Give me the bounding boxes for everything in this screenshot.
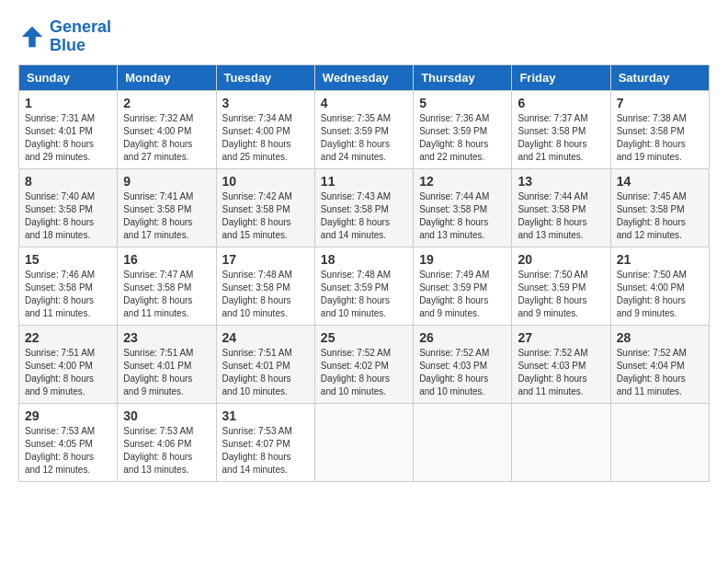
- day-number: 21: [617, 252, 703, 267]
- calendar-cell: 29 Sunrise: 7:53 AM Sunset: 4:05 PM Dayl…: [19, 403, 118, 481]
- daylight-label: Daylight: 8 hours and 10 minutes.: [222, 295, 291, 318]
- day-info: Sunrise: 7:32 AM Sunset: 4:00 PM Dayligh…: [123, 112, 210, 164]
- calendar-cell: [610, 403, 709, 481]
- sunrise-label: Sunrise: 7:48 AM: [222, 270, 292, 280]
- daylight-label: Daylight: 8 hours and 11 minutes.: [518, 373, 586, 396]
- calendar-cell: 9 Sunrise: 7:41 AM Sunset: 3:58 PM Dayli…: [118, 168, 216, 247]
- daylight-label: Daylight: 8 hours and 10 minutes.: [222, 373, 291, 396]
- daylight-label: Daylight: 8 hours and 9 minutes.: [25, 373, 94, 396]
- sunrise-label: Sunrise: 7:40 AM: [25, 191, 95, 201]
- day-info: Sunrise: 7:53 AM Sunset: 4:06 PM Dayligh…: [123, 425, 210, 477]
- calendar-cell: 3 Sunrise: 7:34 AM Sunset: 4:00 PM Dayli…: [216, 90, 314, 168]
- day-info: Sunrise: 7:48 AM Sunset: 3:59 PM Dayligh…: [321, 269, 407, 320]
- day-number: 27: [518, 330, 604, 345]
- daylight-label: Daylight: 8 hours and 17 minutes.: [123, 217, 192, 240]
- day-number: 7: [617, 96, 703, 110]
- day-number: 25: [321, 330, 407, 345]
- sunrise-label: Sunrise: 7:47 AM: [123, 270, 193, 280]
- day-info: Sunrise: 7:48 AM Sunset: 3:58 PM Dayligh…: [222, 269, 309, 320]
- daylight-label: Daylight: 8 hours and 11 minutes.: [617, 373, 686, 396]
- day-number: 10: [222, 174, 309, 189]
- calendar-cell: 1 Sunrise: 7:31 AM Sunset: 4:01 PM Dayli…: [19, 90, 118, 168]
- calendar-cell: 16 Sunrise: 7:47 AM Sunset: 3:58 PM Dayl…: [118, 247, 216, 325]
- sunrise-label: Sunrise: 7:44 AM: [419, 191, 489, 201]
- day-header-thursday: Thursday: [414, 64, 512, 90]
- calendar-cell: 27 Sunrise: 7:52 AM Sunset: 4:03 PM Dayl…: [512, 325, 610, 403]
- day-number: 8: [25, 174, 111, 189]
- sunset-label: Sunset: 3:58 PM: [617, 126, 685, 136]
- daylight-label: Daylight: 8 hours and 10 minutes.: [419, 373, 488, 396]
- sunrise-label: Sunrise: 7:44 AM: [518, 191, 587, 201]
- sunset-label: Sunset: 4:05 PM: [25, 439, 93, 449]
- day-number: 12: [419, 174, 506, 189]
- sunrise-label: Sunrise: 7:43 AM: [321, 191, 391, 201]
- daylight-label: Daylight: 8 hours and 11 minutes.: [25, 295, 94, 318]
- calendar-cell: 7 Sunrise: 7:38 AM Sunset: 3:58 PM Dayli…: [610, 90, 709, 168]
- day-info: Sunrise: 7:46 AM Sunset: 3:58 PM Dayligh…: [25, 269, 111, 320]
- calendar-cell: 23 Sunrise: 7:51 AM Sunset: 4:01 PM Dayl…: [118, 325, 216, 403]
- calendar-cell: 30 Sunrise: 7:53 AM Sunset: 4:06 PM Dayl…: [118, 403, 216, 481]
- day-header-friday: Friday: [512, 64, 610, 90]
- day-info: Sunrise: 7:40 AM Sunset: 3:58 PM Dayligh…: [25, 190, 111, 242]
- day-info: Sunrise: 7:31 AM Sunset: 4:01 PM Dayligh…: [25, 112, 111, 164]
- sunrise-label: Sunrise: 7:34 AM: [222, 113, 292, 123]
- sunrise-label: Sunrise: 7:50 AM: [518, 270, 587, 280]
- day-header-saturday: Saturday: [610, 64, 709, 90]
- logo: General Blue: [18, 18, 111, 55]
- daylight-label: Daylight: 8 hours and 19 minutes.: [617, 139, 686, 162]
- daylight-label: Daylight: 8 hours and 14 minutes.: [321, 217, 390, 240]
- day-number: 6: [518, 96, 604, 110]
- sunset-label: Sunset: 3:58 PM: [518, 126, 586, 136]
- sunrise-label: Sunrise: 7:31 AM: [25, 113, 95, 123]
- daylight-label: Daylight: 8 hours and 13 minutes.: [419, 217, 488, 240]
- sunrise-label: Sunrise: 7:46 AM: [25, 270, 95, 280]
- sunrise-label: Sunrise: 7:49 AM: [419, 270, 489, 280]
- sunset-label: Sunset: 3:58 PM: [123, 282, 191, 293]
- sunset-label: Sunset: 4:00 PM: [25, 361, 93, 371]
- sunrise-label: Sunrise: 7:45 AM: [617, 191, 687, 201]
- day-info: Sunrise: 7:51 AM Sunset: 4:01 PM Dayligh…: [222, 347, 309, 398]
- calendar-cell: 28 Sunrise: 7:52 AM Sunset: 4:04 PM Dayl…: [610, 325, 709, 403]
- calendar-cell: 2 Sunrise: 7:32 AM Sunset: 4:00 PM Dayli…: [118, 90, 216, 168]
- day-info: Sunrise: 7:44 AM Sunset: 3:58 PM Dayligh…: [419, 190, 506, 242]
- day-number: 26: [419, 330, 506, 345]
- calendar-cell: 12 Sunrise: 7:44 AM Sunset: 3:58 PM Dayl…: [414, 168, 512, 247]
- day-number: 13: [518, 174, 604, 189]
- daylight-label: Daylight: 8 hours and 25 minutes.: [222, 139, 291, 162]
- logo-icon: [18, 23, 46, 51]
- sunset-label: Sunset: 3:59 PM: [419, 126, 487, 136]
- day-info: Sunrise: 7:41 AM Sunset: 3:58 PM Dayligh…: [123, 190, 210, 242]
- sunset-label: Sunset: 4:02 PM: [321, 361, 389, 371]
- sunrise-label: Sunrise: 7:53 AM: [25, 426, 95, 436]
- sunrise-label: Sunrise: 7:51 AM: [222, 348, 292, 358]
- sunrise-label: Sunrise: 7:36 AM: [419, 113, 489, 123]
- day-info: Sunrise: 7:38 AM Sunset: 3:58 PM Dayligh…: [617, 112, 703, 164]
- sunset-label: Sunset: 4:04 PM: [617, 361, 685, 371]
- sunset-label: Sunset: 3:58 PM: [617, 204, 685, 214]
- day-number: 17: [222, 252, 309, 267]
- sunset-label: Sunset: 4:03 PM: [518, 361, 586, 371]
- sunrise-label: Sunrise: 7:50 AM: [617, 270, 687, 280]
- day-info: Sunrise: 7:36 AM Sunset: 3:59 PM Dayligh…: [419, 112, 506, 164]
- sunset-label: Sunset: 3:58 PM: [123, 204, 191, 214]
- calendar-header-row: SundayMondayTuesdayWednesdayThursdayFrid…: [19, 64, 710, 90]
- daylight-label: Daylight: 8 hours and 12 minutes.: [25, 452, 94, 475]
- sunrise-label: Sunrise: 7:51 AM: [25, 348, 95, 358]
- sunrise-label: Sunrise: 7:52 AM: [617, 348, 687, 358]
- calendar-cell: 10 Sunrise: 7:42 AM Sunset: 3:58 PM Dayl…: [216, 168, 314, 247]
- calendar-cell: 17 Sunrise: 7:48 AM Sunset: 3:58 PM Dayl…: [216, 247, 314, 325]
- header: General Blue: [18, 18, 710, 55]
- daylight-label: Daylight: 8 hours and 14 minutes.: [222, 452, 291, 475]
- calendar-cell: 26 Sunrise: 7:52 AM Sunset: 4:03 PM Dayl…: [414, 325, 512, 403]
- sunrise-label: Sunrise: 7:41 AM: [123, 191, 193, 201]
- daylight-label: Daylight: 8 hours and 13 minutes.: [518, 217, 586, 240]
- calendar-cell: [414, 403, 512, 481]
- calendar-cell: 6 Sunrise: 7:37 AM Sunset: 3:58 PM Dayli…: [512, 90, 610, 168]
- calendar-cell: 20 Sunrise: 7:50 AM Sunset: 3:59 PM Dayl…: [512, 247, 610, 325]
- daylight-label: Daylight: 8 hours and 27 minutes.: [123, 139, 192, 162]
- sunrise-label: Sunrise: 7:52 AM: [419, 348, 489, 358]
- sunrise-label: Sunrise: 7:42 AM: [222, 191, 292, 201]
- daylight-label: Daylight: 8 hours and 10 minutes.: [321, 373, 390, 396]
- sunset-label: Sunset: 3:59 PM: [321, 282, 389, 293]
- day-info: Sunrise: 7:50 AM Sunset: 3:59 PM Dayligh…: [518, 269, 604, 320]
